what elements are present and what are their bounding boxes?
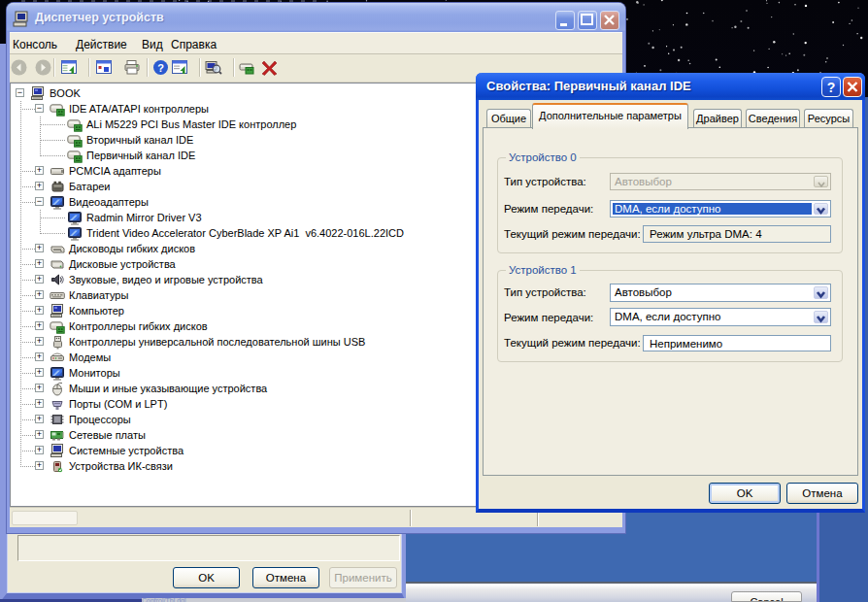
- svg-text:?: ?: [157, 62, 164, 74]
